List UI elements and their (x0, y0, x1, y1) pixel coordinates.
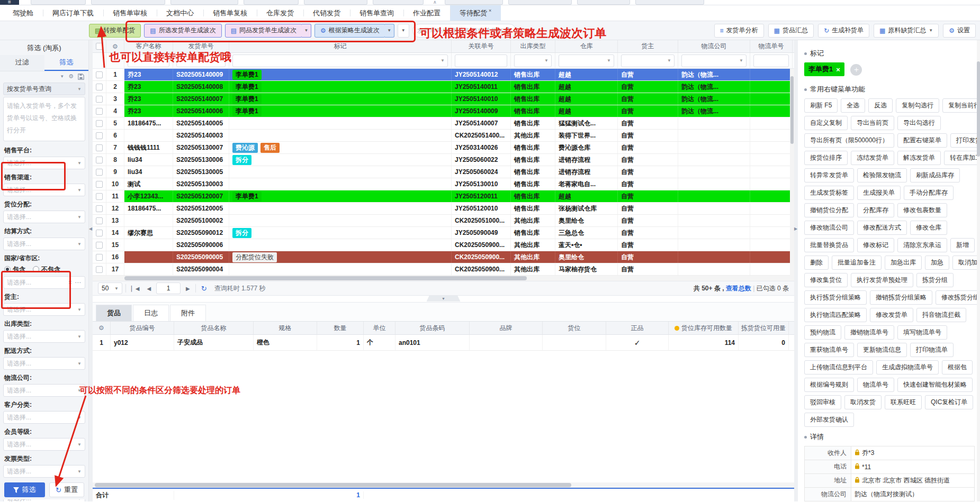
field-select[interactable]: 请选择...▼ (3, 184, 85, 196)
menu-button-根据包[interactable]: 根据包 (942, 360, 973, 375)
menu-button-物流单号[interactable]: 物流单号 (857, 378, 894, 392)
bottom-column-货位[interactable]: 货位 (543, 322, 606, 334)
menu-button-快速创建智能包材策略[interactable]: 快速创建智能包材策略 (897, 378, 973, 392)
menu-button-打印物流单[interactable]: 打印物流单 (910, 343, 954, 357)
根据策略生成波次-button[interactable]: ⚙根据策略生成波次 (314, 24, 385, 38)
more-actions-caret-button[interactable]: ▼ (398, 24, 409, 38)
menu-button-生成发货标签[interactable]: 生成发货标签 (804, 186, 854, 200)
row-checkbox[interactable] (96, 144, 103, 151)
bottom-tab-货品[interactable]: 货品 (96, 305, 132, 321)
menu-button-撤销拣货分组策略[interactable]: 撤销拣货分组策略 (870, 290, 932, 305)
row-checkbox[interactable] (96, 254, 103, 261)
menu-button-抖音物流拦截[interactable]: 抖音物流拦截 (916, 308, 966, 322)
bottom-column-正品[interactable]: 正品 (606, 322, 669, 334)
field-select[interactable]: 请选择...▼ (3, 157, 85, 169)
menu-button-修改配送方式[interactable]: 修改配送方式 (857, 221, 907, 235)
table-row[interactable]: 15S202505090006CK2025050900...其他出库蓝天•仓•自… (93, 239, 794, 251)
table-row[interactable]: 13S202505100002CK2025051000...其他出库奥里给仓自营 (93, 215, 794, 227)
field-select[interactable]: 请选择...▼ (3, 211, 85, 223)
tab-销售单审核[interactable]: 销售单审核 (103, 5, 157, 21)
tab-等待配货[interactable]: 等待配货× (450, 5, 501, 21)
根据策略生成波次-caret[interactable]: ▼ (385, 24, 394, 38)
menu-button-批量替换货品[interactable]: 批量替换货品 (804, 238, 854, 252)
table-row[interactable]: 7钱钱钱1111S202505130007费沁源售后JY2503140026销售… (93, 142, 794, 154)
menu-button-重获物流单号[interactable]: 重获物流单号 (804, 343, 854, 357)
radio-option-包含[interactable]: 包含 (4, 265, 25, 274)
column-filter-input[interactable] (455, 54, 507, 67)
menu-button-执行物流匹配策略[interactable]: 执行物流匹配策略 (804, 308, 867, 322)
row-checkbox[interactable] (96, 157, 103, 163)
goods-row[interactable]: 1y012子安成品橙色1个an0101✓1140 (93, 335, 794, 351)
tab-网店订单下载[interactable]: 网店订单下载 (43, 5, 103, 21)
bottom-horizontal-scrollbar[interactable] (93, 482, 794, 488)
order-search-box[interactable] (412, 24, 516, 38)
menu-button-新增[interactable]: 新增 (950, 238, 975, 252)
remove-tag-icon[interactable]: × (836, 66, 840, 74)
tab-作业配置[interactable]: 作业配置 (403, 5, 450, 21)
sidebar-tab-筛选[interactable]: 筛选 (44, 55, 89, 71)
right-panel-divider[interactable]: ▶ (794, 40, 798, 501)
menu-button-复制勾选行[interactable]: 复制勾选行 (896, 98, 939, 113)
menu-button-手动分配库存[interactable]: 手动分配库存 (904, 186, 954, 200)
menu-button-修改包裹数量[interactable]: 修改包裹数量 (897, 203, 947, 217)
同品发货单生成波次-button[interactable]: ▤同品发货单生成波次 (225, 24, 302, 38)
more-icon[interactable]: × ⋯ (68, 279, 82, 286)
column-header-仓库[interactable]: 仓库 (555, 40, 618, 52)
原料缺货汇总-button[interactable]: ▦原料缺货汇总▼ (874, 24, 939, 38)
货品汇总-button[interactable]: ▦货品汇总 (768, 24, 814, 38)
reload-icon[interactable]: ↻ (199, 285, 209, 293)
bottom-column-品牌[interactable]: 品牌 (470, 322, 543, 334)
field-select[interactable]: 请选择...▼ (3, 411, 85, 424)
sidebar-collapse-divider[interactable]: ◀ (89, 40, 93, 501)
row-checkbox[interactable] (96, 217, 103, 224)
menu-button-修改仓库[interactable]: 修改仓库 (910, 221, 947, 235)
menu-button-外部发货确认[interactable]: 外部发货确认 (804, 413, 854, 427)
table-row[interactable]: 6S202505140003CK2025051400...其他出库装得下世界..… (93, 130, 794, 142)
menu-button-取消发货[interactable]: 取消发货 (844, 395, 882, 409)
所选发货单生成波次-button[interactable]: ▤所选发货单生成波次 (144, 24, 221, 38)
column-filter-select[interactable]: ▼ (681, 54, 747, 67)
menu-button-转异常发货单[interactable]: 转异常发货单 (804, 168, 854, 182)
menu-button-取消加急[interactable]: 取消加急 (952, 255, 980, 270)
gear-icon[interactable]: ⚙ (112, 43, 118, 50)
menu-button-撤销物流单号[interactable]: 撤销物流单号 (844, 325, 894, 340)
bottom-column-货品名称[interactable]: 货品名称 (174, 322, 254, 334)
menu-button-全选[interactable]: 全选 (841, 98, 865, 113)
prev-page-button[interactable]: ◀ (145, 286, 153, 291)
row-checkbox[interactable] (96, 169, 103, 176)
bottom-column-单位[interactable]: 单位 (364, 322, 395, 334)
menu-button-填写物流单号[interactable]: 填写物流单号 (897, 325, 947, 340)
menu-button-根据编号规则[interactable]: 根据编号规则 (804, 378, 854, 392)
column-header-关联单号[interactable]: 关联单号 (452, 40, 511, 52)
table-row[interactable]: 4乔23S202505140006李单费1JY2505140009销售出库超越自… (93, 105, 794, 117)
mark-tag[interactable]: 李单费1× (804, 62, 844, 76)
row-checkbox[interactable] (96, 96, 103, 103)
menu-button-执行发货单预处理[interactable]: 执行发货单预处理 (851, 273, 913, 287)
row-checkbox[interactable] (96, 120, 103, 127)
table-row[interactable]: 1218186475...S202505120005JY2505120010销售… (93, 203, 794, 215)
menu-button-拣货分组[interactable]: 拣货分组 (916, 273, 954, 287)
table-row[interactable]: 518186475...S202505140005JY2505140007销售出… (93, 117, 794, 130)
bottom-column-拣货货位可用量[interactable]: 拣货货位可用量 (739, 322, 789, 334)
table-row[interactable]: 3乔23S202505140007李单费1JY2505140010销售出库超越自… (93, 93, 794, 105)
query-type-select[interactable]: 按发货单号查询▼ (3, 83, 85, 95)
menu-button-批量追加备注[interactable]: 批量追加备注 (832, 255, 882, 270)
field-select[interactable]: 请选择...▼ (3, 238, 85, 250)
row-checkbox[interactable] (96, 132, 103, 139)
tab-仓库发货[interactable]: 仓库发货 (257, 5, 303, 21)
table-row[interactable]: 2乔23S202505140008李单费1JY2505140011销售出库超越自… (93, 81, 794, 93)
menu-button-自定义复制[interactable]: 自定义复制 (804, 116, 848, 130)
current-page-input[interactable]: 1 (156, 282, 181, 294)
sidebar-tab-过滤[interactable]: 过滤 (0, 55, 44, 71)
first-page-button[interactable]: ▏◀ (129, 286, 141, 291)
menu-button-删除[interactable]: 删除 (804, 255, 829, 270)
menu-button-驳回审核[interactable]: 驳回审核 (804, 395, 841, 409)
field-select[interactable]: 请选择...▼ (3, 303, 85, 316)
panel-collapse-handle[interactable]: ▼ (427, 296, 461, 302)
同品发货单生成波次-caret[interactable]: ▼ (302, 24, 311, 38)
column-header-出库类型[interactable]: 出库类型 (511, 40, 555, 52)
menu-button-刷新 F5[interactable]: 刷新 F5 (804, 98, 838, 113)
grid-vertical-scrollbar[interactable] (790, 69, 794, 276)
page-size-select[interactable]: 50▼ (98, 282, 122, 294)
save-filter-icon[interactable] (78, 74, 84, 80)
